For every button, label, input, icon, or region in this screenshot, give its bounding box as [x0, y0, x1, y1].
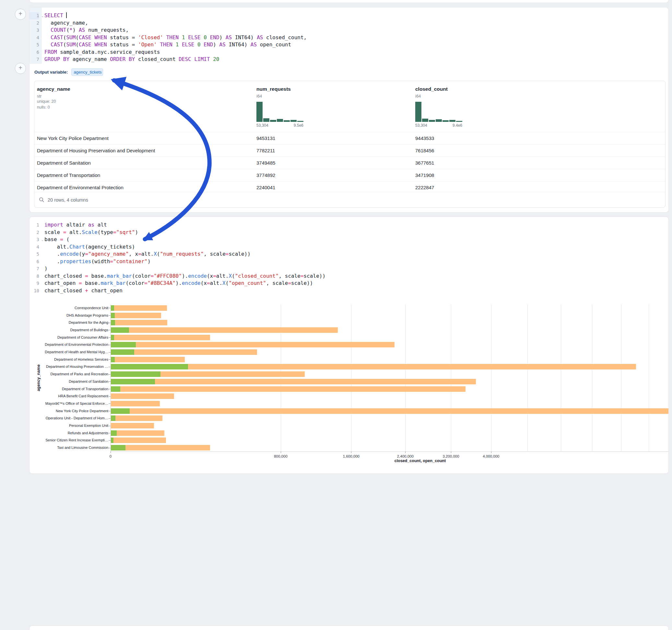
line-number: 5 — [29, 41, 39, 49]
bar-open-count — [111, 313, 115, 318]
search-icon[interactable] — [39, 197, 44, 202]
output-variable-row: Output variable: agency_tickets — [34, 67, 103, 77]
y-axis-tick — [109, 426, 111, 426]
text-cursor — [66, 12, 67, 18]
grid-line — [111, 304, 111, 452]
code-line[interactable]: chart_open = base.mark_bar(color="#8BC34… — [44, 280, 326, 287]
y-tick-label: Department of Environmental Protection — [32, 343, 108, 346]
bar-open-count — [111, 320, 115, 325]
code-line[interactable]: chart_closed + chart_open — [44, 287, 326, 295]
bar-closed-count — [111, 401, 160, 406]
line-number: 10 — [29, 287, 39, 295]
code-line[interactable]: scale = alt.Scale(type="sqrt") — [44, 229, 326, 236]
code-line[interactable]: CAST(SUM(CASE WHEN status = 'Open' THEN … — [44, 41, 307, 49]
code-line[interactable]: .encode(y="agency_name", x=alt.X("num_re… — [44, 250, 326, 258]
line-number: 8 — [29, 272, 39, 280]
y-axis-tick — [109, 396, 111, 397]
bar-open-count — [111, 349, 134, 355]
x-tick-label: 3,200,000 — [431, 454, 471, 458]
grid-line — [649, 304, 649, 452]
grid-line — [527, 304, 528, 452]
add-cell-button-middle[interactable]: + — [15, 63, 26, 74]
histogram-bar — [456, 121, 462, 122]
num-requests-histogram — [257, 102, 304, 122]
bar-closed-count — [111, 445, 210, 451]
bar-closed-count — [111, 423, 154, 429]
line-number: 1 — [29, 221, 39, 229]
output-variable-chip[interactable]: agency_tickets — [71, 68, 103, 76]
bar-closed-count — [111, 305, 167, 311]
grid-line — [281, 304, 281, 452]
line-number: 1⌄ — [29, 12, 39, 20]
x-axis-tick — [111, 452, 111, 453]
y-tick-label: Department for the Aging — [32, 320, 108, 324]
hist-max-label: 9.5e6 — [294, 123, 304, 128]
bar-closed-count — [111, 320, 167, 325]
bar-open-count — [111, 437, 114, 443]
y-axis-tick — [109, 345, 111, 345]
code-line[interactable]: base = ( — [44, 236, 326, 243]
table-cell: 7618456 — [415, 145, 568, 156]
table-cell: 3774892 — [257, 169, 409, 181]
code-line[interactable]: GROUP BY agency_name ORDER BY closed_cou… — [44, 56, 307, 63]
hist-max-label: 9.4e6 — [453, 123, 462, 128]
grid-line — [491, 304, 491, 452]
bar-closed-count — [111, 437, 166, 443]
histogram-bar — [270, 120, 276, 122]
code-line[interactable]: ) — [44, 265, 326, 272]
column-header-closed-count[interactable]: closed_count — [415, 86, 448, 92]
column-null-count: nulls: 0 — [37, 104, 70, 110]
histogram-bar — [436, 119, 442, 122]
y-axis-tick — [109, 352, 111, 353]
y-axis-tick — [109, 323, 111, 323]
y-axis-tick — [109, 374, 111, 374]
bar-open-count — [111, 335, 114, 340]
fold-chevron-icon[interactable]: ⌄ — [42, 12, 44, 20]
code-line[interactable]: chart_closed = base.mark_bar(color="#FFC… — [44, 272, 326, 280]
results-table[interactable]: agency_name str unique: 20 nulls: 0 num_… — [34, 81, 666, 208]
python-code-text[interactable]: import altair as altscale = alt.Scale(ty… — [42, 217, 326, 295]
code-line[interactable]: agency_name, — [44, 20, 307, 27]
bar-closed-count — [111, 415, 162, 421]
grid-line — [621, 304, 621, 452]
code-line[interactable]: FROM sample_data.nyc.service_requests — [44, 49, 307, 56]
grid-line — [451, 304, 451, 452]
histogram-bar — [290, 120, 296, 122]
y-axis-tick — [109, 330, 111, 330]
line-number: 3 — [29, 27, 39, 34]
python-code-editor[interactable]: 123⌄45678910 import altair as altscale =… — [29, 217, 668, 295]
hist-min-label: 53,304 — [415, 123, 427, 128]
line-number: 2 — [29, 229, 39, 236]
results-table-footer: 20 rows, 4 columns — [34, 192, 665, 208]
next-cell-edge — [29, 626, 669, 630]
bar-open-count — [111, 445, 125, 451]
code-line[interactable]: alt.Chart(agency_tickets) — [44, 243, 326, 251]
histogram-bar — [277, 119, 283, 122]
sql-code-text[interactable]: SELECT agency_name, COUNT(*) AS num_requ… — [42, 7, 307, 64]
column-header-num-requests[interactable]: num_requests — [257, 86, 291, 92]
row-column-count: 20 rows, 4 columns — [48, 197, 88, 202]
bar-closed-count — [111, 430, 164, 436]
add-cell-button-top[interactable]: + — [15, 9, 26, 20]
bar-open-count — [111, 327, 129, 333]
code-line[interactable]: .properties(width="container") — [44, 258, 326, 265]
x-axis-line — [111, 452, 668, 452]
line-number: 7 — [29, 56, 39, 63]
code-line[interactable]: CAST(SUM(CASE WHEN status = 'Closed' THE… — [44, 34, 307, 42]
bar-open-count — [111, 364, 188, 369]
code-line[interactable]: import altair as alt — [44, 221, 326, 229]
line-number: 4 — [29, 34, 39, 42]
column-header-agency-name[interactable]: agency_name — [37, 86, 70, 92]
y-tick-label: Operations Unit - Department of Hom… — [32, 416, 108, 420]
bar-closed-count — [111, 379, 476, 384]
histogram-bar — [257, 102, 263, 122]
line-number: 9 — [29, 280, 39, 287]
fold-chevron-icon[interactable]: ⌄ — [42, 236, 44, 244]
code-line[interactable]: SELECT — [44, 12, 307, 20]
altair-bar-chart: agency_name closed_count, open_count 080… — [29, 301, 668, 471]
sql-code-editor[interactable]: 1⌄234567 SELECT agency_name, COUNT(*) AS… — [29, 7, 668, 64]
code-line[interactable]: COUNT(*) AS num_requests, — [44, 27, 307, 34]
y-axis-tick — [109, 404, 111, 404]
closed-count-histogram — [415, 102, 462, 122]
table-cell: 3677651 — [415, 157, 568, 169]
